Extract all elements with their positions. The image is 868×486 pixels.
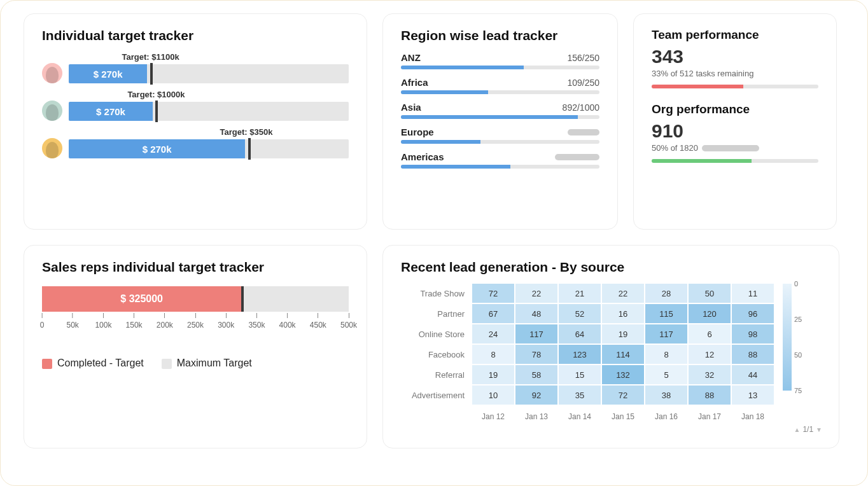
individual-target-tracker-card: Individual target tracker Target: $1100k… [24,13,367,230]
team-performance-value: 343 [652,46,818,67]
heatmap-cell[interactable]: 13 [732,385,774,405]
org-performance-subtitle: 50% of 1820 [652,143,818,153]
team-performance-bar [652,85,818,88]
heatmap-col-label: Jan 17 [689,408,731,425]
heatmap-cell[interactable]: 19 [602,324,644,344]
heatmap-row-label: Partner [401,304,471,323]
heatmap-cell[interactable]: 12 [689,345,731,364]
region-lead-tracker-card: Region wise lead tracker ANZ 156/250 Afr… [382,13,618,230]
target-bar-marker [150,63,153,85]
heatmap-cell[interactable]: 19 [472,365,514,384]
region-name: Asia [401,102,421,113]
lead-generation-heatmap-card: Recent lead generation - By source Trade… [382,245,839,448]
heatmap-cell[interactable]: 120 [689,304,731,323]
target-bar-fill: $ 270k [69,64,147,83]
heatmap-cell[interactable]: 44 [732,365,774,384]
region-name: ANZ [401,52,421,63]
region-row: Europe [401,127,599,144]
legend-max: Maximum Target [162,358,252,369]
heatmap-cell[interactable]: 64 [559,324,601,344]
heatmap-cell[interactable]: 15 [559,365,601,384]
heatmap-pager[interactable]: ▲ 1/1 ▼ [794,425,823,434]
heatmap-cell[interactable]: 114 [602,345,644,364]
heatmap-cell[interactable]: 48 [515,304,557,323]
sales-reps-legend: Completed - Target Maximum Target [42,358,349,369]
heatmap-cell[interactable]: 8 [645,345,687,364]
heatmap-col-label: Jan 14 [559,408,601,425]
heatmap-cell[interactable]: 98 [732,324,774,344]
heatmap-row-label: Facebook [401,345,471,364]
heatmap-cell[interactable]: 67 [472,304,514,323]
heatmap-cell[interactable]: 58 [515,365,557,384]
heatmap-colorbar: 0255075 [780,284,806,425]
heatmap-cell[interactable]: 132 [602,365,644,384]
heatmap-cell[interactable]: 72 [472,284,514,303]
axis-tick: 200k [157,313,173,330]
heatmap-row-label: Online Store [401,324,471,344]
heatmap-col-label: Jan 18 [732,408,774,425]
loading-skeleton [555,154,599,160]
heatmap-cell[interactable]: 50 [689,284,731,303]
pager-text: 1/1 [802,425,813,434]
heatmap-cell[interactable]: 117 [515,324,557,344]
heatmap-cell[interactable]: 123 [559,345,601,364]
target-bar-fill: $ 270k [69,102,153,121]
colorbar-tick: 75 [794,387,802,394]
target-bar-track: $ 270k [69,139,349,158]
region-bar [401,66,599,69]
heatmap-cell[interactable]: 35 [559,385,601,405]
heatmap-cell[interactable]: 8 [472,345,514,364]
target-label: Target: $350k [69,127,349,137]
heatmap-cell[interactable]: 88 [689,385,731,405]
heatmap-cell[interactable]: 88 [732,345,774,364]
heatmap-cell[interactable]: 117 [645,324,687,344]
loading-skeleton [702,145,759,151]
heatmap-cell[interactable]: 11 [732,284,774,303]
heatmap-cell[interactable]: 78 [515,345,557,364]
team-performance-section: Team performance 343 33% of 512 tasks re… [652,28,818,88]
heatmap-cell[interactable]: 38 [645,385,687,405]
legend-completed: Completed - Target [42,358,144,369]
heatmap-cell[interactable]: 24 [472,324,514,344]
heatmap-cell[interactable]: 72 [602,385,644,405]
target-bar-fill: $ 270k [69,139,245,158]
region-name: Americas [401,151,444,162]
heatmap-col-label: Jan 12 [472,408,514,425]
heatmap-cell[interactable]: 21 [559,284,601,303]
colorbar-tick: 25 [794,316,802,323]
axis-tick: 400k [279,313,296,330]
heatmap-col-label: Jan 15 [602,408,644,425]
loading-skeleton [568,129,599,135]
heatmap-cell[interactable]: 10 [472,385,514,405]
axis-tick: 450k [310,313,326,330]
heatmap-row-label: Referral [401,365,471,384]
heatmap-cell[interactable]: 28 [645,284,687,303]
heatmap-cell[interactable]: 92 [515,385,557,405]
heatmap-cell[interactable]: 22 [602,284,644,303]
avatar [42,138,62,158]
axis-tick: 50k [67,313,79,330]
pager-next-icon[interactable]: ▼ [816,426,822,433]
target-bar-marker [155,101,158,122]
heatmap-cell[interactable]: 16 [602,304,644,323]
heatmap-cell[interactable]: 115 [645,304,687,323]
axis-tick: 500k [340,313,357,330]
region-row: Africa 109/250 [401,77,599,94]
heatmap-cell[interactable]: 32 [689,365,731,384]
target-label: Target: $1100k [69,52,349,62]
heatmap-cell[interactable]: 22 [515,284,557,303]
team-performance-title: Team performance [652,28,818,42]
pager-prev-icon[interactable]: ▲ [794,426,801,433]
colorbar-tick: 50 [794,351,802,359]
heatmap-col-label: Jan 16 [645,408,687,425]
heatmap-cell[interactable]: 96 [732,304,774,323]
sales-reps-bar-value: $ 325000 [120,293,163,305]
heatmap-cell[interactable]: 5 [645,365,687,384]
individual-target-tracker-title: Individual target tracker [42,28,349,43]
sales-reps-bar-fill: $ 325000 [42,286,241,312]
target-bar-track: $ 270k [69,102,349,121]
heatmap-cell[interactable]: 52 [559,304,601,323]
region-row: ANZ 156/250 [401,52,599,69]
axis-tick: 150k [126,313,143,330]
heatmap-cell[interactable]: 6 [689,324,731,344]
